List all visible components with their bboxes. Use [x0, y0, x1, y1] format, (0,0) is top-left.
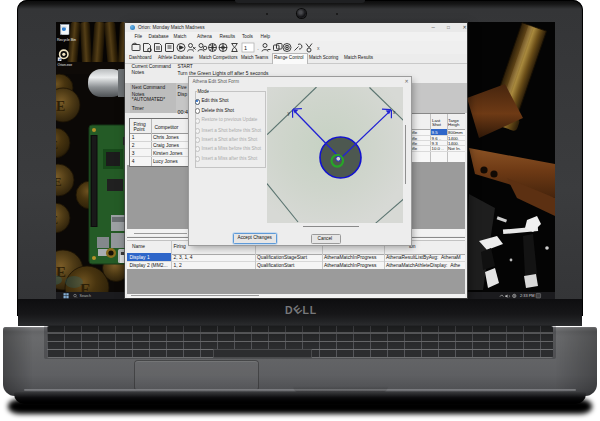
svg-text:E: E: [56, 138, 58, 152]
svg-text:Search: Search: [80, 294, 91, 298]
svg-text:1: 1: [244, 45, 247, 51]
svg-text:E: E: [56, 213, 58, 227]
svg-text:Orion.exe: Orion.exe: [58, 63, 73, 67]
svg-text:x: x: [317, 45, 320, 51]
svg-text:E: E: [56, 174, 62, 189]
svg-text:·: ·: [257, 46, 259, 52]
svg-text:2:33 PM: 2:33 PM: [520, 293, 535, 298]
svg-text:L: L: [303, 304, 310, 316]
svg-text:L: L: [310, 304, 317, 316]
svg-text:E: E: [56, 99, 65, 114]
svg-text:Recycle Bin: Recycle Bin: [57, 38, 76, 42]
